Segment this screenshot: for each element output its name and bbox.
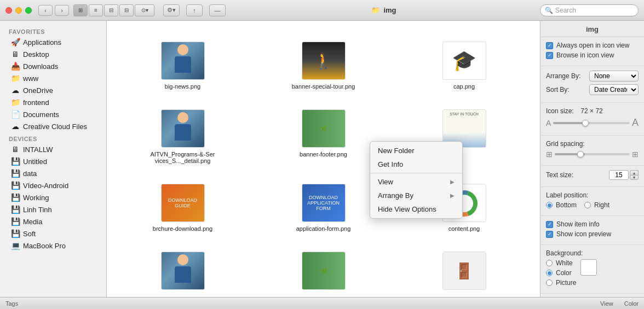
action-button[interactable]: ⚙▾: [163, 4, 180, 16]
arrow-icon: ▶: [450, 179, 455, 185]
text-size-input[interactable]: [609, 170, 629, 180]
working-icon: 💾: [11, 193, 20, 202]
nav-buttons: ‹ ›: [38, 5, 69, 16]
flow-view-button[interactable]: ⊙▾: [135, 4, 154, 16]
traffic-lights: [5, 7, 32, 14]
label-right-radio[interactable]: [584, 202, 591, 208]
sidebar-item-working[interactable]: 💾 Working: [2, 191, 104, 203]
gallery-view-button[interactable]: ⊟: [119, 4, 134, 16]
devices-header: Devices: [0, 132, 106, 143]
file-item[interactable]: 🚶 banner-special-tour.png: [258, 37, 388, 94]
sidebar-item-soft[interactable]: 💾 Soft: [2, 228, 104, 240]
file-item[interactable]: 🌿: [258, 247, 388, 297]
share-button[interactable]: ↑: [186, 4, 203, 16]
bg-color-radio[interactable]: [546, 270, 553, 276]
file-thumbnail: DOWNLOADGUIDE: [161, 184, 205, 222]
forward-button[interactable]: ›: [55, 5, 69, 16]
file-thumbnail: 🚶: [302, 42, 346, 80]
sidebar-item-onedrive[interactable]: ☁ OneDrive: [2, 84, 104, 96]
close-button[interactable]: [5, 7, 12, 14]
grid-wide-icon: ⊞: [632, 150, 639, 159]
sidebar-item-documents[interactable]: 📄 Documents: [2, 108, 104, 120]
back-button[interactable]: ‹: [38, 5, 53, 16]
text-size-label: Text size:: [546, 171, 573, 179]
bg-white-radio[interactable]: [546, 260, 553, 266]
context-menu-new-folder[interactable]: New Folder: [370, 144, 462, 158]
color-swatch[interactable]: [580, 259, 597, 276]
sidebar-item-linh-tinh[interactable]: 💾 Linh Tinh: [2, 203, 104, 215]
sidebar-item-desktop[interactable]: 🖥 Desktop: [2, 48, 104, 60]
sort-by-label: Sort By:: [546, 86, 570, 94]
label-bottom-radio[interactable]: [546, 202, 553, 208]
arrange-by-select[interactable]: None: [589, 71, 639, 81]
bg-picture-radio[interactable]: [546, 279, 553, 286]
thumb-blue: DOWNLOADAPPLICATIONFORM: [302, 184, 345, 221]
color-label: Color: [624, 300, 639, 307]
documents-icon: 📄: [11, 110, 20, 119]
sidebar-item-data[interactable]: 💾 data: [2, 167, 104, 179]
show-icon-preview-checkbox[interactable]: [546, 231, 553, 238]
sidebar-item-label: Working: [23, 194, 49, 202]
file-item[interactable]: [118, 247, 248, 297]
file-item[interactable]: AITVN_Programs-&-Services_S..._detail.pn…: [118, 105, 248, 168]
icon-size-slider[interactable]: [553, 122, 630, 124]
list-view-button[interactable]: ≡: [89, 4, 103, 16]
sidebar-item-www[interactable]: 📁 www: [2, 72, 104, 84]
sidebar-item-label: frontend: [23, 98, 49, 107]
grid-spacing-slider-row: ⊞ ⊞: [546, 150, 639, 159]
sidebar-item-macbook-pro[interactable]: 💻 MacBook Pro: [2, 240, 104, 252]
icon-view-button[interactable]: ⊞: [73, 4, 88, 16]
sidebar-item-label: Linh Tinh: [23, 206, 52, 214]
file-thumbnail: 🎓: [442, 42, 486, 80]
sidebar-item-video-android[interactable]: 💾 VIdeo-Android: [2, 179, 104, 191]
context-menu-view[interactable]: View ▶: [370, 175, 462, 189]
column-view-button[interactable]: ⊟: [104, 4, 118, 16]
grid-spacing-slider[interactable]: [555, 153, 630, 155]
bg-white-label: White: [556, 259, 573, 267]
label-pos-options-row: Bottom Right: [546, 201, 639, 209]
sidebar-item-applications[interactable]: 🚀 Applications: [2, 36, 104, 48]
sidebar-item-untitled[interactable]: 💾 Untitled: [2, 155, 104, 167]
bg-color-row: Color: [546, 269, 576, 277]
untitled-icon: 💾: [11, 157, 20, 166]
file-item[interactable]: big-news.png: [118, 37, 248, 94]
file-item[interactable]: DOWNLOADGUIDE brchure-download.png: [118, 179, 248, 236]
context-menu-hide-view-options[interactable]: Hide View Options: [370, 202, 462, 216]
context-menu: New Folder Get Info View ▶ Arrange By ▶ …: [370, 141, 463, 219]
media-icon: 💾: [11, 217, 20, 226]
sidebar-item-label: Downloads: [23, 62, 58, 71]
context-menu-get-info[interactable]: Get Info: [370, 158, 462, 171]
thumb-green: 🌿: [302, 252, 345, 289]
small-icon: A: [546, 119, 551, 127]
sidebar-item-frontend[interactable]: 📁 frontend: [2, 96, 104, 108]
arrange-sort-section: Arrange By: None Sort By: Date Created: [540, 66, 644, 103]
icon-size-row: Icon size: 72 × 72: [546, 107, 639, 115]
thumb-portrait: [162, 252, 204, 289]
sidebar-item-label: data: [23, 170, 37, 178]
sidebar-item-media[interactable]: 💾 Media: [2, 215, 104, 228]
stepper-up[interactable]: ▲: [630, 170, 639, 175]
stepper-down[interactable]: ▼: [630, 175, 639, 180]
sidebar-item-creative-cloud[interactable]: ☁ Creative Cloud Files: [2, 120, 104, 132]
browse-checkbox[interactable]: [546, 52, 553, 59]
thumb-tour: 🚶: [302, 42, 345, 79]
context-menu-arrange-by[interactable]: Arrange By ▶: [370, 189, 462, 202]
file-item[interactable]: 🌿 banner-footer.png: [258, 105, 388, 168]
always-open-checkbox[interactable]: [546, 42, 553, 49]
show-item-info-checkbox[interactable]: [546, 221, 553, 228]
icon-size-label: Icon size:: [546, 107, 577, 115]
sidebar-item-intallw[interactable]: 🖥 INTALLW: [2, 143, 104, 155]
minimize-button[interactable]: [15, 7, 22, 14]
context-menu-divider: [370, 173, 462, 173]
fullscreen-button[interactable]: [25, 7, 32, 14]
text-size-row: Text size: ▲ ▼: [546, 170, 639, 180]
file-item[interactable]: 🎓 cap.png: [399, 37, 529, 94]
sort-by-select[interactable]: Date Created: [589, 84, 639, 95]
nav-label-button[interactable]: —: [209, 4, 226, 16]
sidebar-item-downloads[interactable]: 📥 Downloads: [2, 60, 104, 72]
file-item[interactable]: 🚪: [399, 247, 529, 297]
file-name: brchure-download.png: [153, 225, 212, 232]
search-bar[interactable]: 🔍 Search: [540, 4, 639, 16]
file-item[interactable]: DOWNLOADAPPLICATIONFORM application-form…: [258, 179, 388, 236]
icon-size-section: Icon size: 72 × 72 A A: [540, 103, 644, 136]
